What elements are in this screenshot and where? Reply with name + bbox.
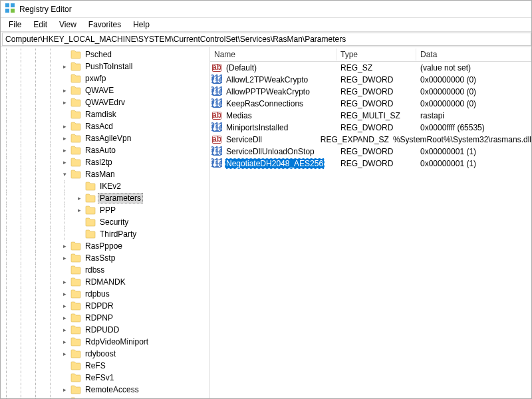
tree-node-label: RasSstp bbox=[83, 253, 117, 263]
value-row[interactable]: 011110ServiceDllUnloadOnStopREG_DWORD0x0… bbox=[210, 146, 531, 158]
expand-icon[interactable]: ▸ bbox=[61, 159, 68, 166]
expand-icon[interactable]: ▸ bbox=[61, 255, 68, 261]
col-header-type[interactable]: Type bbox=[336, 49, 416, 61]
menu-view[interactable]: View bbox=[54, 19, 82, 31]
expand-icon[interactable]: ▸ bbox=[61, 279, 68, 285]
tree-node[interactable]: ▸Parameters bbox=[2, 192, 209, 204]
tree-node[interactable]: rdbss bbox=[2, 264, 209, 276]
tree-node[interactable]: pxwfp bbox=[2, 72, 209, 84]
tree-node[interactable]: ▸RDPNP bbox=[2, 312, 209, 324]
expand-icon[interactable]: ▸ bbox=[61, 147, 68, 154]
expand-icon[interactable]: ▸ bbox=[61, 135, 68, 142]
expand-icon[interactable]: ▸ bbox=[61, 315, 68, 321]
tree-node[interactable]: ▸PPP bbox=[2, 204, 209, 216]
menu-favorites[interactable]: Favorites bbox=[83, 19, 126, 31]
tree-node-label: rdpbus bbox=[83, 289, 112, 299]
expand-icon[interactable]: ▸ bbox=[61, 327, 68, 333]
value-row[interactable]: 011110KeepRasConnectionsREG_DWORD0x00000… bbox=[210, 98, 531, 110]
tree-node[interactable]: ▸Rasl2tp bbox=[2, 156, 209, 168]
tree-node[interactable]: IKEv2 bbox=[2, 180, 209, 192]
value-row[interactable]: ab(Default)REG_SZ(value not set) bbox=[210, 62, 531, 74]
tree-node[interactable]: Ramdisk bbox=[2, 108, 209, 120]
tree-pane[interactable]: Psched▸PushToInstallpxwfp▸QWAVE▸QWAVEdrv… bbox=[1, 47, 210, 398]
tree-node-label: RDMANDK bbox=[83, 277, 128, 287]
expand-icon[interactable]: ▸ bbox=[61, 243, 68, 249]
tree-node[interactable]: ReFS bbox=[2, 360, 209, 372]
value-type: REG_SZ bbox=[336, 63, 416, 72]
folder-icon bbox=[70, 62, 81, 71]
tree-node[interactable]: ▸RasPppoe bbox=[2, 240, 209, 252]
value-name: NegotiateDH2048_AES256 bbox=[225, 158, 325, 169]
tree-node[interactable]: ▸rdyboost bbox=[2, 348, 209, 360]
folder-icon bbox=[70, 337, 81, 346]
tree-node[interactable]: ▸RasSstp bbox=[2, 252, 209, 264]
tree-node[interactable]: ▸RemoteRegistry bbox=[2, 396, 209, 398]
tree-node[interactable]: ▸RasAgileVpn bbox=[2, 132, 209, 144]
value-type: REG_DWORD bbox=[336, 75, 416, 84]
value-name: ServiceDllUnloadOnStop bbox=[225, 146, 316, 157]
tree-node[interactable]: ▸RDMANDK bbox=[2, 276, 209, 288]
expand-icon[interactable]: ▸ bbox=[61, 386, 68, 393]
tree-node[interactable]: ▸RemoteAccess bbox=[2, 384, 209, 396]
dword-value-icon: 011110 bbox=[211, 74, 222, 85]
value-row[interactable]: abMediasREG_MULTI_SZrastapi bbox=[210, 110, 531, 122]
expand-icon[interactable]: ▸ bbox=[75, 207, 83, 213]
tree-node[interactable]: ▸RDPUDD bbox=[2, 324, 209, 336]
expand-icon[interactable]: ▸ bbox=[61, 338, 68, 345]
expand-icon[interactable]: ▸ bbox=[61, 123, 68, 130]
value-row[interactable]: 011110MiniportsInstalledREG_DWORD0x0000f… bbox=[210, 122, 531, 134]
folder-icon bbox=[70, 325, 81, 334]
tree-node[interactable]: ▸PushToInstall bbox=[2, 61, 209, 72]
tree-node[interactable]: ▸rdpbus bbox=[2, 288, 209, 300]
list-header: Name Type Data bbox=[210, 47, 531, 62]
list-pane[interactable]: Name Type Data ab(Default)REG_SZ(value n… bbox=[210, 47, 531, 398]
folder-icon bbox=[70, 397, 81, 398]
tree-node[interactable]: ▾RasMan bbox=[2, 168, 209, 180]
folder-icon bbox=[70, 313, 81, 323]
address-input[interactable] bbox=[2, 33, 531, 46]
dword-value-icon: 011110 bbox=[211, 122, 222, 133]
col-header-data[interactable]: Data bbox=[416, 49, 531, 61]
menu-edit[interactable]: Edit bbox=[28, 19, 53, 31]
col-header-name[interactable]: Name bbox=[210, 49, 336, 61]
expand-icon[interactable]: ▸ bbox=[61, 87, 68, 94]
expand-icon[interactable]: ▸ bbox=[61, 303, 68, 309]
value-data: 0x0000ffff (65535) bbox=[416, 123, 531, 132]
svg-text:110: 110 bbox=[211, 124, 222, 133]
svg-text:110: 110 bbox=[211, 148, 222, 157]
folder-icon bbox=[85, 182, 96, 191]
tree-node[interactable]: ReFSv1 bbox=[2, 372, 209, 384]
value-row[interactable]: 011110AllowPPTPWeakCryptoREG_DWORD0x0000… bbox=[210, 86, 531, 98]
expand-icon[interactable]: ▾ bbox=[61, 171, 68, 178]
value-type: REG_DWORD bbox=[336, 159, 416, 168]
tree-node[interactable]: Security bbox=[2, 216, 209, 228]
tree-node-label: QWAVE bbox=[83, 85, 116, 96]
folder-icon bbox=[70, 146, 81, 155]
tree-node-label: RasAgileVpn bbox=[83, 133, 133, 144]
menu-file[interactable]: File bbox=[3, 19, 27, 31]
tree-node[interactable]: ▸QWAVE bbox=[2, 84, 209, 96]
expand-icon[interactable]: ▸ bbox=[61, 350, 68, 357]
expand-icon[interactable]: ▸ bbox=[75, 195, 83, 201]
expand-icon[interactable]: ▸ bbox=[61, 99, 68, 106]
tree-node-label: rdbss bbox=[83, 265, 106, 275]
value-row[interactable]: abServiceDllREG_EXPAND_SZ%SystemRoot%\Sy… bbox=[210, 134, 531, 146]
expand-icon[interactable]: ▸ bbox=[61, 291, 68, 297]
value-name: (Default) bbox=[225, 63, 258, 73]
tree-node-label: Psched bbox=[83, 49, 114, 60]
folder-icon bbox=[85, 217, 96, 227]
tree-node[interactable]: ▸RDPDR bbox=[2, 300, 209, 312]
tree-node[interactable]: Psched bbox=[2, 49, 209, 61]
tree-node[interactable]: ▸RasAcd bbox=[2, 120, 209, 132]
value-data: (value not set) bbox=[416, 63, 531, 72]
value-row[interactable]: 011110AllowL2TPWeakCryptoREG_DWORD0x0000… bbox=[210, 74, 531, 86]
tree-node[interactable]: ThirdParty bbox=[2, 228, 209, 240]
tree-node[interactable]: ▸RdpVideoMiniport bbox=[2, 336, 209, 348]
expand-icon[interactable]: ▸ bbox=[61, 63, 68, 70]
value-row[interactable]: 011110NegotiateDH2048_AES256REG_DWORD0x0… bbox=[210, 158, 531, 170]
menu-help[interactable]: Help bbox=[128, 19, 155, 31]
tree-node[interactable]: ▸QWAVEdrv bbox=[2, 96, 209, 108]
value-type: REG_DWORD bbox=[336, 123, 416, 132]
string-value-icon: ab bbox=[211, 110, 222, 121]
tree-node[interactable]: ▸RasAuto bbox=[2, 144, 209, 156]
